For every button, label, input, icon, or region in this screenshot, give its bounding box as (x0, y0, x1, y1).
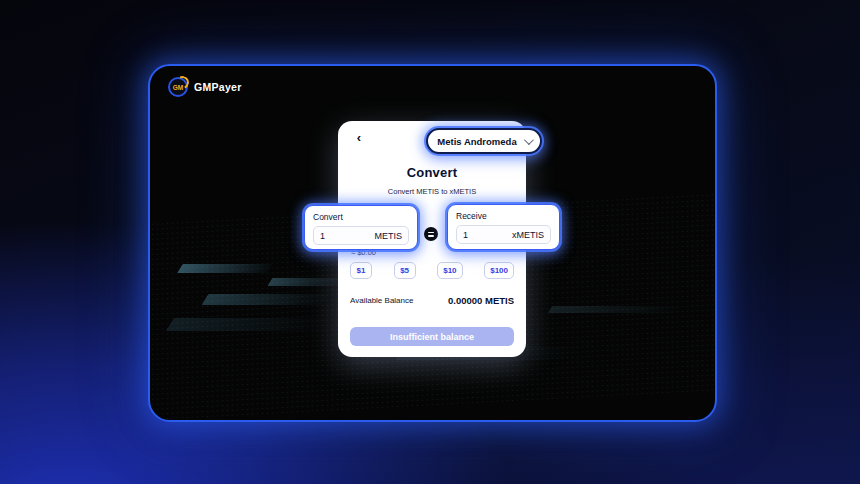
modal-subtitle: Convert METIS to xMETIS (338, 187, 526, 196)
convert-panel-label: Convert (313, 212, 409, 222)
quick-amount-button-5[interactable]: $5 (394, 262, 416, 279)
chevron-down-icon (524, 135, 534, 145)
receive-panel: Receive 1 xMETIS (447, 204, 560, 250)
quick-amount-button-1[interactable]: $1 (350, 262, 372, 279)
receive-currency: xMETIS (512, 230, 544, 240)
network-selector-label: Metis Andromeda (437, 136, 516, 147)
convert-panel: Convert 1 METIS (304, 205, 418, 250)
back-icon[interactable]: ‹ (351, 130, 367, 146)
floor-tile (202, 294, 329, 305)
receive-amount-input[interactable]: 1 xMETIS (456, 225, 551, 244)
brand-name: GMPayer (194, 81, 242, 93)
logo-monogram: GM (173, 84, 183, 91)
floor-tile (177, 264, 273, 273)
quick-amount-button-100[interactable]: $100 (484, 262, 514, 279)
network-selector-dropdown[interactable]: Metis Andromeda (426, 128, 542, 154)
floor-tile (166, 318, 324, 331)
floor-tile (548, 306, 682, 313)
quick-amount-button-10[interactable]: $10 (437, 262, 462, 279)
floor-tile (268, 278, 343, 286)
convert-amount-value: 1 (320, 231, 325, 241)
balance-value: 0.00000 METIS (448, 295, 514, 306)
convert-currency: METIS (374, 231, 402, 241)
balance-label: Available Balance (350, 296, 413, 305)
receive-amount-value: 1 (463, 230, 468, 240)
submit-button[interactable]: Insufficient balance (350, 327, 514, 346)
modal-title: Convert (338, 165, 526, 180)
brand: GM GMPayer (168, 77, 242, 97)
equals-icon (424, 227, 438, 241)
app-window: GM GMPayer ‹ Convert Convert METIS to xM… (148, 64, 717, 422)
quick-amounts-row: $1 $5 $10 $100 (350, 262, 514, 279)
receive-panel-label: Receive (456, 211, 551, 221)
gmpayer-logo-icon: GM (168, 77, 188, 97)
balance-row: Available Balance 0.00000 METIS (350, 295, 514, 306)
convert-amount-input[interactable]: 1 METIS (313, 226, 409, 245)
